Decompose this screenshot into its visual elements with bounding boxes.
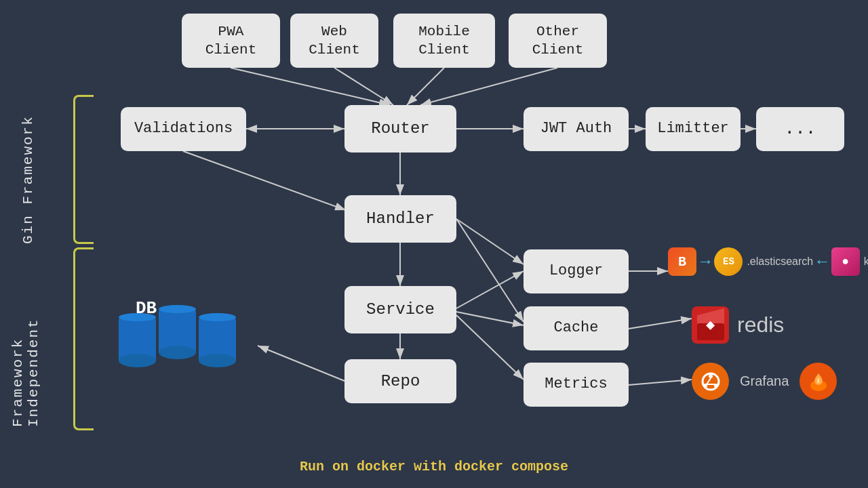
beats-arrow: → xyxy=(701,253,710,271)
svg-line-22 xyxy=(629,380,692,385)
logger-box: Logger xyxy=(524,249,629,293)
grafana-label: Grafana xyxy=(740,373,789,389)
metrics-box: Metrics xyxy=(524,363,629,407)
prometheus-icon xyxy=(800,363,837,400)
bottom-label: Run on docker with docker compose xyxy=(300,459,568,474)
svg-line-5 xyxy=(420,68,557,105)
service-box: Service xyxy=(344,286,456,333)
svg-line-16 xyxy=(456,312,524,325)
svg-line-15 xyxy=(456,271,524,308)
svg-line-19 xyxy=(258,346,344,381)
mobile-client-box: Mobile Client xyxy=(393,14,495,68)
svg-point-24 xyxy=(709,374,713,378)
validations-box: Validations xyxy=(121,107,246,151)
elastic-arrow-back: ← xyxy=(817,253,827,271)
db-cylinder-1 xyxy=(119,313,156,367)
kibana-icon: ● xyxy=(831,247,860,276)
db-icon-group xyxy=(119,313,236,367)
svg-line-2 xyxy=(231,68,390,105)
svg-line-14 xyxy=(456,219,524,322)
gin-framework-label: Gin Framework xyxy=(20,108,36,244)
diagram-container: Gin Framework Framework Independent PWA … xyxy=(0,0,868,488)
cache-box: Cache xyxy=(524,306,629,350)
elasticsearch-label: .elasticsearch xyxy=(747,256,813,268)
db-cylinder-2 xyxy=(159,305,196,359)
handler-box: Handler xyxy=(344,195,456,243)
svg-line-18 xyxy=(456,315,524,380)
pwa-client-box: PWA Client xyxy=(182,14,280,68)
svg-line-11 xyxy=(183,151,346,210)
svg-line-21 xyxy=(629,319,692,329)
web-client-box: Web Client xyxy=(290,14,378,68)
svg-line-4 xyxy=(407,68,444,105)
gin-framework-bracket xyxy=(73,95,94,244)
svg-line-27 xyxy=(707,378,711,384)
svg-line-13 xyxy=(456,219,524,264)
elk-brand-group: B → ES .elasticsearch ← ● kibana xyxy=(668,247,868,276)
repo-box: Repo xyxy=(344,359,456,403)
redis-label: redis xyxy=(737,312,784,338)
beats-icon: B xyxy=(668,247,696,276)
jwt-auth-box: JWT Auth xyxy=(524,107,629,151)
svg-line-3 xyxy=(334,68,393,105)
limitter-box: Limitter xyxy=(646,107,741,151)
arrows-svg xyxy=(0,0,868,488)
redis-brand-group: ◆ redis xyxy=(692,306,784,344)
framework-independent-label: Framework Independent xyxy=(10,251,41,427)
db-cylinder-3 xyxy=(199,313,236,367)
framework-independent-bracket xyxy=(73,247,94,430)
grafana-icon xyxy=(692,363,729,400)
dots-box: ... xyxy=(756,107,844,151)
redis-icon: ◆ xyxy=(692,306,729,344)
elasticsearch-icon: ES xyxy=(714,247,743,276)
kibana-label: kibana xyxy=(864,256,868,268)
other-client-box: Other Client xyxy=(509,14,607,68)
router-box: Router xyxy=(344,105,456,152)
monitoring-brand-group: Grafana xyxy=(692,363,837,400)
